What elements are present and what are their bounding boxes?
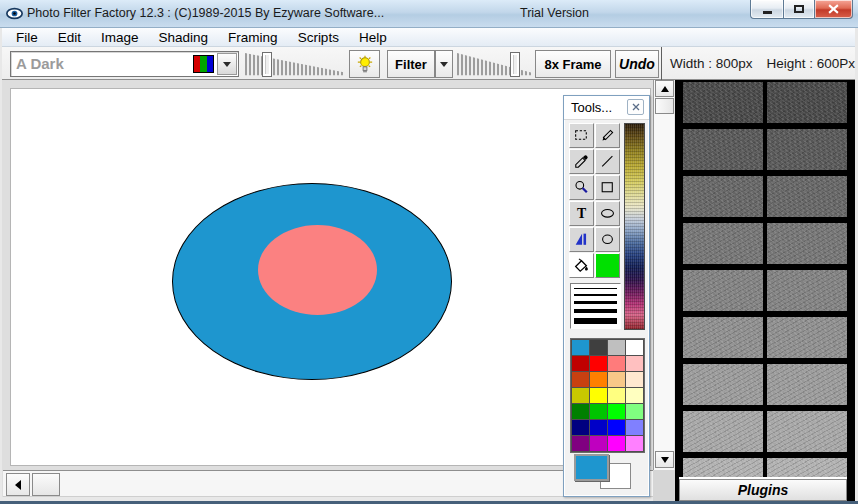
palette-color-swatch[interactable] [608,356,625,371]
filter-button[interactable]: Filter [387,50,435,78]
horizontal-scrollbar[interactable] [3,470,653,497]
color-tool[interactable] [595,253,620,278]
menu-item-file[interactable]: File [6,29,48,46]
frame-slider[interactable] [457,52,531,77]
filter-name-dropdown-button[interactable] [217,53,237,75]
line-tool[interactable] [595,149,620,174]
palette-color-swatch[interactable] [626,356,643,371]
palette-color-swatch[interactable] [572,436,589,451]
texture-thumbnail[interactable] [683,82,763,123]
palette-color-swatch[interactable] [590,372,607,387]
vertical-scrollbar[interactable] [653,80,674,470]
title-bar[interactable]: Photo Filter Factory 12.3 : (C)1989-2015… [0,0,858,28]
texture-thumbnail[interactable] [683,364,763,405]
maximize-button[interactable] [783,0,815,19]
tools-palette[interactable]: Tools... T [563,95,650,497]
line-width-option[interactable] [574,288,617,289]
mirror-icon [573,231,590,248]
palette-color-swatch[interactable] [626,340,643,355]
filter-name-combobox[interactable]: A Dark [10,51,239,77]
line-width-selector[interactable] [570,283,621,329]
texture-thumbnail[interactable] [683,317,763,358]
menu-item-edit[interactable]: Edit [48,29,91,46]
vertical-scrollbar-thumb[interactable] [655,98,674,114]
texture-thumbnail[interactable] [767,129,847,170]
palette-color-swatch[interactable] [608,372,625,387]
palette-color-swatch[interactable] [626,372,643,387]
preview-light-button[interactable] [349,50,380,78]
plugins-button[interactable]: Plugins [679,479,847,501]
filter-dropdown-button[interactable] [435,50,453,78]
texture-thumbnail[interactable] [683,411,763,452]
palette-color-swatch[interactable] [626,404,643,419]
palette-color-swatch[interactable] [572,340,589,355]
scroll-down-button[interactable] [655,451,674,468]
menu-item-image[interactable]: Image [91,29,149,46]
eyedropper-tool[interactable] [569,149,594,174]
palette-color-swatch[interactable] [626,436,643,451]
line-width-option[interactable] [574,301,617,304]
palette-color-swatch[interactable] [608,340,625,355]
palette-color-swatch[interactable] [572,388,589,403]
mirror-tool[interactable] [569,227,594,252]
line-width-option[interactable] [574,294,617,296]
text-tool[interactable]: T [569,201,594,226]
scroll-up-button[interactable] [655,80,674,97]
palette-color-swatch[interactable] [590,340,607,355]
texture-thumbnail[interactable] [767,411,847,452]
palette-color-swatch[interactable] [572,404,589,419]
menu-item-framing[interactable]: Framing [218,29,288,46]
frame-button[interactable]: 8x Frame [535,50,611,78]
texture-thumbnail[interactable] [767,270,847,311]
scroll-left-button[interactable] [6,473,30,496]
foreground-color-swatch[interactable] [574,454,609,481]
intensity-slider[interactable] [245,52,345,77]
texture-thumbnail[interactable] [683,176,763,217]
texture-thumbnail[interactable] [767,223,847,264]
undo-button[interactable]: Undo [615,50,659,78]
select-tool[interactable] [569,123,594,148]
fill-tool[interactable] [569,253,594,278]
texture-thumbnail[interactable] [767,317,847,358]
close-button[interactable] [815,0,853,19]
intensity-slider-handle[interactable] [262,52,272,77]
tools-palette-close-button[interactable] [627,99,644,115]
palette-color-swatch[interactable] [590,356,607,371]
circle-tool[interactable] [595,227,620,252]
palette-color-swatch[interactable] [590,436,607,451]
pencil-tool[interactable] [595,123,620,148]
palette-color-swatch[interactable] [626,388,643,403]
rectangle-tool[interactable] [595,175,620,200]
palette-color-swatch[interactable] [608,420,625,435]
image-canvas[interactable] [10,88,651,466]
palette-color-swatch[interactable] [572,356,589,371]
line-width-option[interactable] [574,309,617,313]
palette-color-swatch[interactable] [572,372,589,387]
horizontal-scrollbar-thumb[interactable] [32,473,60,496]
texture-thumbnail[interactable] [767,82,847,123]
menu-item-scripts[interactable]: Scripts [288,29,349,46]
palette-color-swatch[interactable] [572,420,589,435]
ellipse-tool[interactable] [595,201,620,226]
texture-thumbnail[interactable] [767,176,847,217]
texture-thumbnail[interactable] [683,129,763,170]
color-spectrum-strip[interactable] [624,123,645,330]
minimize-button[interactable] [750,0,783,19]
palette-color-swatch[interactable] [590,420,607,435]
tools-palette-titlebar[interactable]: Tools... [564,96,649,120]
palette-color-swatch[interactable] [608,388,625,403]
palette-color-swatch[interactable] [590,404,607,419]
texture-thumbnail[interactable] [767,364,847,405]
zoom-tool[interactable] [569,175,594,200]
menu-item-shading[interactable]: Shading [149,29,219,46]
line-width-option[interactable] [574,318,617,324]
palette-color-swatch[interactable] [608,436,625,451]
palette-color-swatch[interactable] [608,404,625,419]
texture-thumbnail[interactable] [683,270,763,311]
frame-slider-handle[interactable] [510,52,520,77]
palette-color-swatch[interactable] [626,420,643,435]
palette-color-swatch[interactable] [590,388,607,403]
texture-thumbnail[interactable] [683,223,763,264]
menu-item-help[interactable]: Help [349,29,397,46]
texture-row [675,176,855,217]
